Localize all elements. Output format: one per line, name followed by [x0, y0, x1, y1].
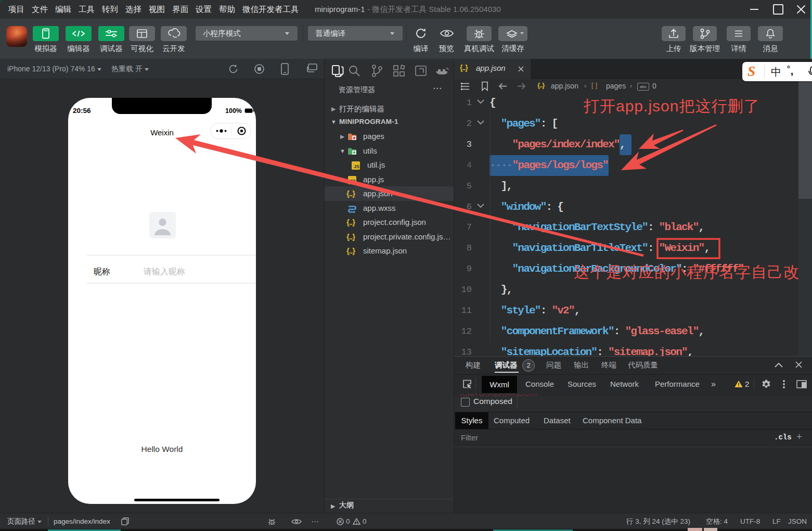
- svg-text:JS: JS: [354, 164, 359, 169]
- svg-text:JS: JS: [350, 179, 356, 184]
